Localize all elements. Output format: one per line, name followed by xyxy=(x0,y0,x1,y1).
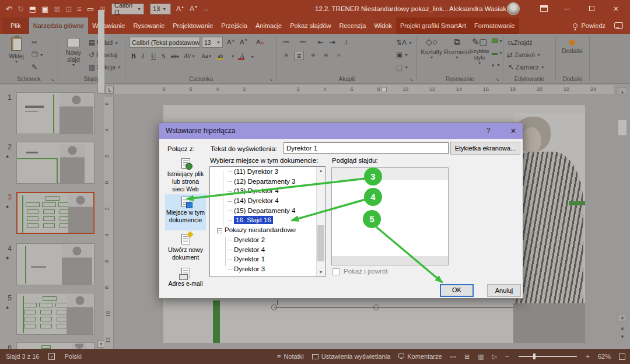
character-spacing-button[interactable]: AV▼ xyxy=(184,52,195,59)
qat-font-name-combo[interactable]: Calibri (1▼ xyxy=(111,4,144,15)
tree-item-4[interactable]: (15) Departamenty 4 xyxy=(210,206,325,216)
language-status[interactable]: Polski xyxy=(64,353,81,360)
ruler-margin-marker[interactable] xyxy=(382,87,387,92)
slide-thumbnail-6[interactable] xyxy=(16,342,94,349)
tab-file[interactable]: Plik xyxy=(2,18,29,34)
close-button[interactable]: × xyxy=(607,0,625,18)
highlight-button[interactable]: ab▼ xyxy=(218,52,235,60)
start-slideshow-icon[interactable]: ⬒ xyxy=(29,5,36,13)
paste-button[interactable]: Wklej ▼ xyxy=(5,36,28,64)
replace-button[interactable]: ⇄Zamień▼ xyxy=(507,50,541,60)
zoom-slider[interactable] xyxy=(519,356,577,357)
shadow-button[interactable]: S xyxy=(162,52,165,60)
numbering-icon[interactable]: ≕ xyxy=(298,37,308,47)
place-in-document-button[interactable]: Miejsce w tym dokumencie xyxy=(165,194,206,230)
convert-smartart-button[interactable]: ⬚▼ xyxy=(396,62,408,72)
slide-thumbnail-5[interactable] xyxy=(16,293,94,335)
shape-outline-button[interactable]: ▼ xyxy=(492,50,503,55)
maximize-button[interactable] xyxy=(583,0,600,18)
spell-check-icon[interactable]: ✓ xyxy=(48,353,55,360)
addins-button[interactable]: Dodatki xyxy=(561,38,584,54)
dialog-help-icon[interactable]: ? xyxy=(481,123,496,139)
tree-item-5[interactable]: 16. Slajd 16 xyxy=(210,215,325,225)
save-icon[interactable]: ▣ xyxy=(41,5,48,13)
selection-handle[interactable] xyxy=(373,304,379,310)
align-right-icon[interactable]: ≡ xyxy=(308,51,318,60)
dialog-close-icon[interactable]: ✕ xyxy=(505,123,522,139)
email-icon[interactable]: ⊠ xyxy=(54,5,60,13)
zoom-slider-thumb[interactable] xyxy=(533,354,536,359)
undo-icon[interactable]: ↶ xyxy=(6,5,12,13)
tree-item-0[interactable]: (11) Dyrektor 3 xyxy=(210,167,325,177)
tree-item-6[interactable]: −Pokazy niestandardowe xyxy=(210,225,325,235)
font-size-combo[interactable]: 13▼ xyxy=(202,37,223,48)
distribute-icon[interactable]: ≡ xyxy=(334,51,344,60)
preview-icon[interactable]: ▭ xyxy=(87,5,94,13)
tab-stop-selector[interactable]: L xyxy=(106,86,114,94)
strikethrough-button[interactable]: abc xyxy=(171,52,179,59)
notes-button[interactable]: ≡Notatki xyxy=(277,353,304,360)
tab-draw[interactable]: Rysowanie xyxy=(129,18,169,34)
redo-icon[interactable]: ↻ xyxy=(18,5,24,13)
font-name-combo[interactable]: Calibri (Tekst podstawow▼ xyxy=(130,37,200,48)
line-spacing-icon[interactable]: ↕ xyxy=(341,37,351,47)
shapes-button[interactable]: ◇○ Kształty▼ xyxy=(419,37,444,60)
slide-thumbnail-1[interactable] xyxy=(16,92,94,134)
cancel-button[interactable]: Anuluj xyxy=(487,284,521,297)
grow-font-button[interactable]: A▲ xyxy=(227,38,235,46)
new-slide-button[interactable]: Nowy slajd ▼ xyxy=(61,36,86,68)
tree-item-8[interactable]: Dyrektor 4 xyxy=(210,245,325,255)
thumb-scrollbar[interactable] xyxy=(98,10,104,92)
underline-button[interactable]: U xyxy=(151,52,156,60)
document-places-tree[interactable]: ▲ ▼ (11) Dyrektor 3(12) Departamenty 3(1… xyxy=(209,166,326,277)
display-settings-button[interactable]: Ustawienia wyświetlania xyxy=(312,353,391,360)
cut-button[interactable]: ✂ xyxy=(32,37,37,48)
screentip-button[interactable]: Etykietka ekranowa... xyxy=(450,142,520,155)
tree-item-2[interactable]: (13) Dyrektor 4 xyxy=(210,186,325,196)
slideshow-view-icon[interactable]: ▷ xyxy=(492,353,497,360)
align-left-icon[interactable]: ≡ xyxy=(281,51,291,60)
tab-format[interactable]: Formatowanie xyxy=(470,18,519,34)
email-address-button[interactable]: Adres e-mail xyxy=(165,265,206,295)
tell-me-button[interactable]: Powiedz xyxy=(573,18,606,34)
qat-font-size-combo[interactable]: 13▼ xyxy=(150,4,171,15)
next-slide-icon[interactable]: ▼ xyxy=(618,333,627,341)
arrange-button[interactable]: ⧉ Rozmieść▼ xyxy=(444,37,470,60)
collapse-expander-icon[interactable]: − xyxy=(217,228,222,233)
find-button[interactable]: Znajdź xyxy=(508,37,533,48)
avatar[interactable] xyxy=(507,2,520,15)
format-painter-button[interactable]: ✎ xyxy=(32,62,37,72)
tree-item-7[interactable]: Dyrektor 2 xyxy=(210,235,325,245)
dialog-launcher-icon[interactable]: ↘ xyxy=(50,77,54,82)
bold-button[interactable]: B xyxy=(131,52,136,60)
tree-item-3[interactable]: (14) Dyrektor 4 xyxy=(210,196,325,206)
scroll-up-icon[interactable]: ▲ xyxy=(618,88,627,95)
quick-styles-button[interactable]: ✎▢ Szybkie style▼ xyxy=(468,37,491,66)
tab-view[interactable]: Widok xyxy=(370,18,396,34)
minimize-button[interactable] xyxy=(558,0,576,18)
comments-icon[interactable] xyxy=(614,22,623,29)
vertical-scrollbar[interactable] xyxy=(618,120,626,135)
previous-slide-icon[interactable]: ▲ xyxy=(618,324,627,332)
align-text-button[interactable]: ▣▼ xyxy=(396,50,408,60)
grow-font-icon[interactable]: A▲ xyxy=(176,5,184,13)
normal-view-icon[interactable]: ▭ xyxy=(450,353,456,360)
slide-photo-woman[interactable] xyxy=(513,113,585,343)
display-text-input[interactable]: Dyrektor 1 xyxy=(284,142,449,154)
zoom-in-icon[interactable]: + xyxy=(586,353,590,360)
tab-slide-show[interactable]: Pokaz slajdów xyxy=(286,18,335,34)
format-painter-icon[interactable]: ↔ xyxy=(203,5,210,13)
dialog-launcher-icon[interactable]: ↘ xyxy=(495,77,499,82)
tree-item-9[interactable]: Dyrektor 1 xyxy=(210,254,325,264)
slide-thumbnail-3[interactable] xyxy=(16,192,94,234)
ok-button[interactable]: OK xyxy=(440,284,474,297)
shrink-font-icon[interactable]: A▼ xyxy=(190,5,198,13)
slide-thumbnail-4[interactable] xyxy=(16,243,94,285)
tab-insert[interactable]: Wstawianie xyxy=(88,18,129,34)
align-center-icon[interactable]: ≡ xyxy=(294,51,304,60)
decrease-indent-icon[interactable]: ⇤ xyxy=(316,37,326,47)
copy-button[interactable]: ❐▼ xyxy=(32,50,44,60)
user-name[interactable]: Aleksandra Wasiak xyxy=(449,0,506,18)
tab-transitions[interactable]: Przejścia xyxy=(217,18,251,34)
bullets-icon[interactable]: ≡ xyxy=(77,5,82,13)
